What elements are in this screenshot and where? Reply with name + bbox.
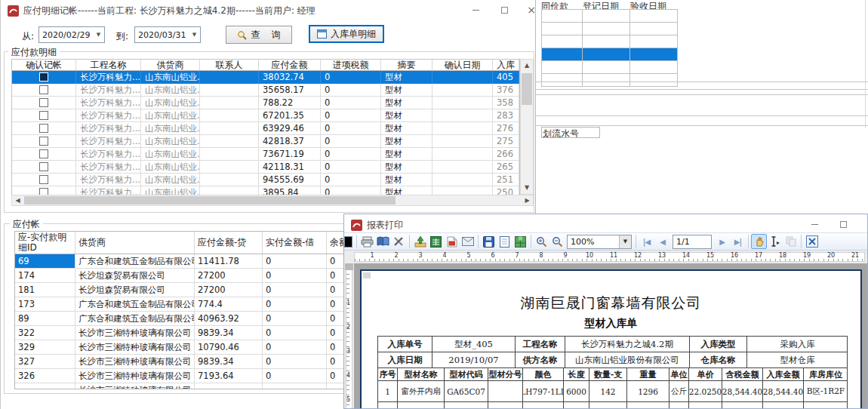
payable-row[interactable]: 69广东合和建筑五金制品有限公司11411.7800: [15, 254, 378, 269]
column-header[interactable]: 应-实付款明细ID: [15, 232, 75, 254]
column-header[interactable]: 供货商: [75, 232, 195, 254]
from-date-picker[interactable]: 2020/02/29 ▼: [38, 26, 105, 43]
payable-row[interactable]: 173广东合和建筑五金制品有限公司774.400: [15, 297, 378, 312]
detail-table-row[interactable]: 长沙万科魅力...山东南山铝业...35658.170型材376: [12, 84, 519, 97]
scrollbar-thumb[interactable]: [522, 73, 532, 105]
column-header[interactable]: 应付金额-贷: [195, 232, 263, 254]
column-header[interactable]: 确认日期: [432, 60, 493, 70]
detail-table-row[interactable]: 长沙万科魅力...山东南山铝业...63929.460型材276: [12, 122, 519, 135]
scroll-right-icon[interactable]: ▶: [522, 195, 533, 205]
confirm-checkbox[interactable]: [39, 162, 48, 171]
confirm-checkbox[interactable]: [39, 98, 48, 107]
column-header[interactable]: 工程名称: [76, 60, 141, 70]
title-bar[interactable]: 应付明细记帐------当前工程: 长沙万科魅力之城4.2期------当前用户…: [1, 0, 535, 21]
scroll-left-icon[interactable]: ◀: [12, 195, 23, 205]
payable-row[interactable]: 327长沙市三湘特种玻璃有限公司9839.3400: [15, 355, 378, 369]
column-header[interactable]: 供货商: [141, 60, 200, 70]
payable-row[interactable]: 329长沙市三湘特种玻璃有限公司10790.4600: [15, 340, 378, 355]
detail-table-row[interactable]: 长沙万科魅力...山东南山铝业...42118.310型材265: [12, 161, 519, 174]
chevron-down-icon[interactable]: ▼: [619, 235, 631, 248]
column-header[interactable]: 入库: [493, 60, 519, 70]
confirm-checkbox[interactable]: [39, 175, 48, 184]
tools-icon[interactable]: [391, 234, 407, 249]
maximize-button[interactable]: [497, 5, 511, 17]
chevron-down-icon[interactable]: ▼: [189, 32, 200, 38]
column-header[interactable]: 确认记帐: [12, 60, 76, 70]
sidebar-icon[interactable]: [343, 234, 354, 249]
payable-row[interactable]: 326长沙市三湘特种玻璃有限公司7193.6400: [15, 369, 378, 383]
mail-icon[interactable]: [460, 234, 476, 249]
last-page-icon[interactable]: ▶|: [730, 234, 746, 249]
window-title: 报表打印: [367, 219, 403, 232]
minimize-button[interactable]: [808, 219, 821, 231]
background-table-row[interactable]: [541, 10, 678, 23]
cell: 358: [493, 97, 519, 109]
horizontal-scrollbar[interactable]: ◀ ▶: [11, 195, 534, 206]
cell: 长沙万科魅力...: [76, 97, 141, 109]
cell: 型材: [381, 97, 432, 109]
minimize-button[interactable]: [469, 5, 482, 17]
payable-row[interactable]: 89广东合和建筑五金制品有限公司40963.9200: [15, 312, 378, 326]
from-label: 从:: [22, 30, 34, 43]
copy-icon[interactable]: [783, 234, 799, 249]
page-indicator-input[interactable]: 1/1: [673, 235, 712, 249]
payable-row[interactable]: 长沙市三湘特种玻璃有限公司: [15, 383, 378, 389]
confirm-checkbox[interactable]: [39, 72, 48, 81]
scroll-down-icon[interactable]: ▼: [521, 182, 533, 194]
payable-row[interactable]: 322长沙市三湘特种玻璃有限公司9839.3400: [15, 326, 378, 340]
detail-table-row[interactable]: 长沙万科魅力...山东南山铝业...42818.370型材275: [12, 135, 519, 148]
scroll-up-icon[interactable]: ▲: [521, 60, 533, 72]
detail-table-row[interactable]: 长沙万科魅力...山东南山铝业...788.220型材358: [12, 97, 519, 109]
payable-row[interactable]: 174长沙坦森贸易有限公司2720000: [15, 269, 378, 283]
scrollbar-thumb[interactable]: [24, 196, 396, 204]
prev-page-icon[interactable]: ◀: [654, 234, 670, 249]
confirm-checkbox[interactable]: [39, 124, 48, 133]
background-table-row[interactable]: [541, 74, 678, 87]
chevron-down-icon[interactable]: ▼: [93, 32, 104, 38]
background-table-row[interactable]: [541, 23, 678, 35]
text-select-icon[interactable]: [767, 234, 783, 249]
zoom-out-icon[interactable]: [549, 234, 565, 249]
column-header[interactable]: 实付金额-借: [263, 232, 327, 254]
first-page-icon[interactable]: |◀: [639, 234, 654, 249]
background-table-row[interactable]: [541, 48, 678, 61]
pdf-icon[interactable]: [444, 234, 460, 249]
close-button[interactable]: ×: [525, 5, 538, 17]
background-table-row[interactable]: [541, 35, 678, 48]
detail-table-row[interactable]: 长沙万科魅力...山东南山铝业...38032.740型材405: [12, 71, 519, 84]
query-button[interactable]: 查 询: [226, 26, 292, 44]
hand-tool-icon[interactable]: [751, 234, 767, 249]
maximize-button[interactable]: [836, 219, 850, 231]
column-header[interactable]: 进项税额: [321, 60, 381, 70]
confirm-checkbox[interactable]: [39, 85, 48, 94]
package-icon[interactable]: [512, 234, 528, 249]
book-icon[interactable]: [375, 234, 391, 249]
confirm-checkbox[interactable]: [39, 111, 48, 120]
next-page-icon[interactable]: ▶: [714, 234, 730, 249]
zoom-in-icon[interactable]: [534, 234, 549, 249]
confirm-checkbox[interactable]: [39, 137, 48, 146]
document-icon[interactable]: [497, 234, 512, 249]
cell: [200, 84, 259, 97]
cell: [195, 383, 263, 389]
export-icon[interactable]: [412, 234, 428, 249]
detail-table-row[interactable]: 长沙万科魅力...山东南山铝业...73671.190型材266: [12, 148, 519, 161]
report-preview-area[interactable]: 123456 湖南巨晟门窗幕墙有限公司 型材入库单 入库单号型材_405工程名称…: [344, 263, 868, 409]
payable-row[interactable]: 181长沙坦森贸易有限公司2720000: [15, 283, 378, 297]
column-header[interactable]: 联系人: [200, 60, 259, 70]
vertical-scrollbar[interactable]: ▲ ▼: [520, 59, 534, 195]
close-preview-icon[interactable]: [804, 234, 820, 249]
save-icon[interactable]: [481, 234, 497, 249]
print-icon[interactable]: [359, 234, 375, 249]
inbound-detail-button[interactable]: 入库单明细: [309, 25, 384, 43]
close-button[interactable]: ×: [863, 219, 868, 231]
detail-table-row[interactable]: 长沙万科魅力...山东南山铝业...94555.690型材251: [12, 174, 519, 186]
confirm-checkbox[interactable]: [39, 149, 48, 158]
detail-table-row[interactable]: 长沙万科魅力...山东南山铝业...67201.350型材283: [12, 109, 519, 122]
column-header[interactable]: 摘要: [381, 60, 432, 70]
background-table-row[interactable]: [541, 61, 678, 74]
zoom-level-combobox[interactable]: 100% ▼: [567, 235, 632, 249]
excel-icon[interactable]: [428, 234, 444, 249]
column-header[interactable]: 应付金额: [259, 60, 321, 70]
to-date-picker[interactable]: 2020/03/31 ▼: [134, 26, 201, 43]
